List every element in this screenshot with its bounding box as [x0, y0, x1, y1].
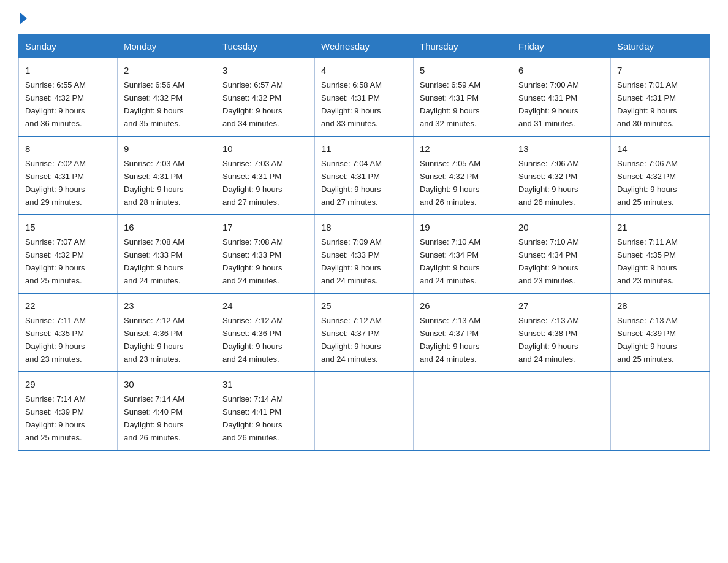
day-info: Sunrise: 7:02 AMSunset: 4:31 PMDaylight:…	[25, 159, 86, 207]
calendar-header: SundayMondayTuesdayWednesdayThursdayFrid…	[19, 35, 710, 58]
day-info: Sunrise: 7:08 AMSunset: 4:33 PMDaylight:…	[222, 237, 283, 285]
day-info: Sunrise: 7:03 AMSunset: 4:31 PMDaylight:…	[222, 159, 283, 207]
calendar-cell: 12Sunrise: 7:05 AMSunset: 4:32 PMDayligh…	[414, 136, 512, 215]
header-cell-thursday: Thursday	[414, 35, 512, 58]
header-cell-monday: Monday	[118, 35, 216, 58]
day-info: Sunrise: 7:12 AMSunset: 4:36 PMDaylight:…	[222, 316, 283, 364]
calendar-cell: 2Sunrise: 6:56 AMSunset: 4:32 PMDaylight…	[118, 58, 216, 136]
day-number: 16	[124, 220, 210, 234]
calendar-cell: 31Sunrise: 7:14 AMSunset: 4:41 PMDayligh…	[216, 372, 315, 450]
day-info: Sunrise: 7:10 AMSunset: 4:34 PMDaylight:…	[518, 237, 579, 285]
day-number: 23	[124, 299, 210, 313]
calendar-week-1: 1Sunrise: 6:55 AMSunset: 4:32 PMDaylight…	[19, 58, 710, 136]
day-number: 10	[222, 142, 308, 156]
calendar-body: 1Sunrise: 6:55 AMSunset: 4:32 PMDaylight…	[19, 58, 710, 450]
logo	[18, 12, 28, 23]
day-info: Sunrise: 7:13 AMSunset: 4:37 PMDaylight:…	[420, 316, 480, 364]
day-number: 2	[124, 63, 210, 77]
calendar-cell: 30Sunrise: 7:14 AMSunset: 4:40 PMDayligh…	[118, 372, 216, 450]
calendar-cell: 25Sunrise: 7:12 AMSunset: 4:37 PMDayligh…	[315, 293, 414, 372]
calendar-week-2: 8Sunrise: 7:02 AMSunset: 4:31 PMDaylight…	[19, 136, 710, 215]
day-number: 6	[518, 63, 604, 77]
day-number: 3	[222, 63, 308, 77]
header-cell-tuesday: Tuesday	[216, 35, 315, 58]
day-info: Sunrise: 6:58 AMSunset: 4:31 PMDaylight:…	[321, 80, 382, 128]
day-info: Sunrise: 7:01 AMSunset: 4:31 PMDaylight:…	[617, 80, 678, 128]
day-number: 11	[321, 142, 407, 156]
header-cell-wednesday: Wednesday	[315, 35, 414, 58]
day-number: 5	[420, 63, 506, 77]
day-number: 21	[617, 220, 703, 234]
day-info: Sunrise: 7:14 AMSunset: 4:39 PMDaylight:…	[25, 394, 86, 442]
calendar-cell: 14Sunrise: 7:06 AMSunset: 4:32 PMDayligh…	[611, 136, 710, 215]
calendar-cell: 10Sunrise: 7:03 AMSunset: 4:31 PMDayligh…	[216, 136, 315, 215]
calendar-cell: 18Sunrise: 7:09 AMSunset: 4:33 PMDayligh…	[315, 215, 414, 293]
header-cell-friday: Friday	[512, 35, 611, 58]
calendar-cell: 8Sunrise: 7:02 AMSunset: 4:31 PMDaylight…	[19, 136, 118, 215]
calendar-cell: 29Sunrise: 7:14 AMSunset: 4:39 PMDayligh…	[19, 372, 118, 450]
day-info: Sunrise: 6:59 AMSunset: 4:31 PMDaylight:…	[420, 80, 480, 128]
day-number: 8	[25, 142, 111, 156]
day-info: Sunrise: 7:14 AMSunset: 4:40 PMDaylight:…	[124, 394, 184, 442]
day-info: Sunrise: 7:12 AMSunset: 4:36 PMDaylight:…	[124, 316, 184, 364]
day-info: Sunrise: 6:56 AMSunset: 4:32 PMDaylight:…	[124, 80, 184, 128]
header-row: SundayMondayTuesdayWednesdayThursdayFrid…	[19, 35, 710, 58]
day-info: Sunrise: 7:10 AMSunset: 4:34 PMDaylight:…	[420, 237, 480, 285]
day-number: 24	[222, 299, 308, 313]
calendar-cell: 11Sunrise: 7:04 AMSunset: 4:31 PMDayligh…	[315, 136, 414, 215]
calendar-week-5: 29Sunrise: 7:14 AMSunset: 4:39 PMDayligh…	[19, 372, 710, 450]
day-info: Sunrise: 7:08 AMSunset: 4:33 PMDaylight:…	[124, 237, 184, 285]
calendar-cell: 21Sunrise: 7:11 AMSunset: 4:35 PMDayligh…	[611, 215, 710, 293]
calendar-cell: 5Sunrise: 6:59 AMSunset: 4:31 PMDaylight…	[414, 58, 512, 136]
calendar-cell: 27Sunrise: 7:13 AMSunset: 4:38 PMDayligh…	[512, 293, 611, 372]
calendar-week-3: 15Sunrise: 7:07 AMSunset: 4:32 PMDayligh…	[19, 215, 710, 293]
day-info: Sunrise: 7:09 AMSunset: 4:33 PMDaylight:…	[321, 237, 382, 285]
calendar-cell: 1Sunrise: 6:55 AMSunset: 4:32 PMDaylight…	[19, 58, 118, 136]
header-cell-sunday: Sunday	[19, 35, 118, 58]
day-info: Sunrise: 7:00 AMSunset: 4:31 PMDaylight:…	[518, 80, 579, 128]
calendar-cell: 23Sunrise: 7:12 AMSunset: 4:36 PMDayligh…	[118, 293, 216, 372]
page-header	[18, 12, 710, 23]
day-number: 7	[617, 63, 703, 77]
day-number: 22	[25, 299, 111, 313]
calendar-cell: 7Sunrise: 7:01 AMSunset: 4:31 PMDaylight…	[611, 58, 710, 136]
calendar-cell: 26Sunrise: 7:13 AMSunset: 4:37 PMDayligh…	[414, 293, 512, 372]
day-number: 25	[321, 299, 407, 313]
calendar-week-4: 22Sunrise: 7:11 AMSunset: 4:35 PMDayligh…	[19, 293, 710, 372]
day-number: 30	[124, 377, 210, 391]
day-info: Sunrise: 7:03 AMSunset: 4:31 PMDaylight:…	[124, 159, 184, 207]
day-info: Sunrise: 6:55 AMSunset: 4:32 PMDaylight:…	[25, 80, 86, 128]
day-number: 14	[617, 142, 703, 156]
day-info: Sunrise: 7:11 AMSunset: 4:35 PMDaylight:…	[617, 237, 678, 285]
calendar-cell	[611, 372, 710, 450]
day-info: Sunrise: 7:04 AMSunset: 4:31 PMDaylight:…	[321, 159, 382, 207]
day-number: 20	[518, 220, 604, 234]
day-info: Sunrise: 7:13 AMSunset: 4:38 PMDaylight:…	[518, 316, 579, 364]
calendar-cell	[414, 372, 512, 450]
day-number: 26	[420, 299, 506, 313]
calendar-cell: 20Sunrise: 7:10 AMSunset: 4:34 PMDayligh…	[512, 215, 611, 293]
day-info: Sunrise: 7:14 AMSunset: 4:41 PMDaylight:…	[222, 394, 283, 442]
calendar-cell: 13Sunrise: 7:06 AMSunset: 4:32 PMDayligh…	[512, 136, 611, 215]
day-number: 13	[518, 142, 604, 156]
day-number: 29	[25, 377, 111, 391]
day-info: Sunrise: 7:11 AMSunset: 4:35 PMDaylight:…	[25, 316, 86, 364]
calendar-cell	[512, 372, 611, 450]
calendar-cell: 19Sunrise: 7:10 AMSunset: 4:34 PMDayligh…	[414, 215, 512, 293]
day-info: Sunrise: 6:57 AMSunset: 4:32 PMDaylight:…	[222, 80, 283, 128]
calendar-cell: 28Sunrise: 7:13 AMSunset: 4:39 PMDayligh…	[611, 293, 710, 372]
calendar-cell: 22Sunrise: 7:11 AMSunset: 4:35 PMDayligh…	[19, 293, 118, 372]
calendar-cell	[315, 372, 414, 450]
day-info: Sunrise: 7:05 AMSunset: 4:32 PMDaylight:…	[420, 159, 480, 207]
day-info: Sunrise: 7:13 AMSunset: 4:39 PMDaylight:…	[617, 316, 678, 364]
calendar-cell: 24Sunrise: 7:12 AMSunset: 4:36 PMDayligh…	[216, 293, 315, 372]
day-info: Sunrise: 7:12 AMSunset: 4:37 PMDaylight:…	[321, 316, 382, 364]
logo-triangle-icon	[20, 12, 27, 25]
day-number: 17	[222, 220, 308, 234]
day-number: 31	[222, 377, 308, 391]
calendar-cell: 15Sunrise: 7:07 AMSunset: 4:32 PMDayligh…	[19, 215, 118, 293]
calendar-cell: 9Sunrise: 7:03 AMSunset: 4:31 PMDaylight…	[118, 136, 216, 215]
calendar-cell: 17Sunrise: 7:08 AMSunset: 4:33 PMDayligh…	[216, 215, 315, 293]
day-info: Sunrise: 7:06 AMSunset: 4:32 PMDaylight:…	[617, 159, 678, 207]
day-number: 4	[321, 63, 407, 77]
